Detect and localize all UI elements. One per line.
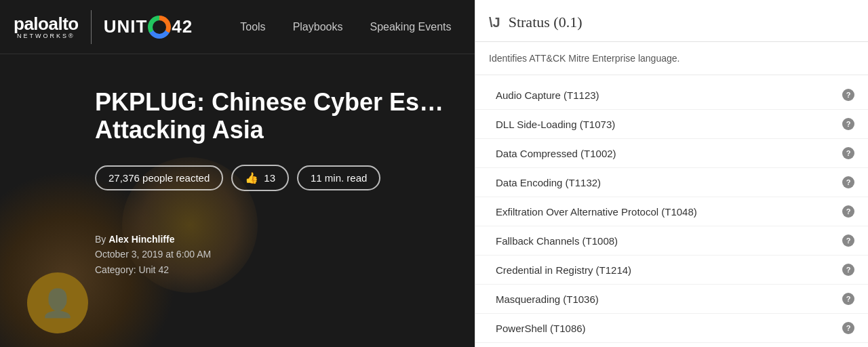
help-icon-t1036[interactable]: ? (842, 293, 854, 305)
technique-item[interactable]: Credential in Registry (T1214) ? (475, 256, 868, 285)
nav-link-tools[interactable]: Tools (226, 0, 279, 54)
technique-name: Exfiltration Over Alternative Protocol (… (496, 206, 697, 218)
technique-name: Data Compressed (T1002) (496, 148, 616, 159)
stratus-title: Stratus (0.1) (509, 14, 583, 31)
stratus-description: Identifies ATT&CK Mitre Enterprise langu… (475, 42, 868, 75)
help-icon-t1123[interactable]: ? (842, 89, 854, 101)
logo-divider (91, 10, 92, 44)
paloalto-brand-text: paloalto (14, 15, 79, 33)
avatar-icon: 👤 (41, 287, 75, 319)
read-time-pill: 11 min. read (297, 165, 380, 190)
author-info: By Alex Hinchliffe October 3, 2019 at 6:… (0, 232, 475, 277)
article-title: PKPLUG: Chinese Cyber Es…Attacking Asia (95, 88, 448, 144)
nav-bar: paloalto NETWORKS® UNIT 42 Tools Playboo… (0, 0, 475, 54)
unit42-circle-icon (148, 16, 171, 39)
technique-name: Masquerading (T1036) (496, 293, 599, 305)
read-time-label: 11 min. read (311, 172, 367, 184)
author-avatar: 👤 (27, 272, 88, 333)
category-prefix: Category: (95, 264, 139, 275)
technique-name: Data Encoding (T1132) (496, 177, 601, 188)
nav-link-speaking-events[interactable]: Speaking Events (356, 0, 465, 54)
help-icon-t1002[interactable]: ? (842, 147, 854, 159)
technique-name: Audio Capture (T1123) (496, 89, 599, 101)
technique-item[interactable]: Data Encoding (T1132) ? (475, 168, 868, 197)
technique-name: Credential in Registry (T1214) (496, 264, 631, 276)
technique-name: PowerShell (T1086) (496, 323, 586, 334)
help-icon-t1086[interactable]: ? (842, 322, 854, 334)
author-name: Alex Hinchliffe (108, 234, 174, 245)
technique-item[interactable]: PowerShell (T1086) ? (475, 314, 868, 343)
nav-link-playbooks[interactable]: Playbooks (279, 0, 357, 54)
unit-text: UNIT (104, 16, 148, 37)
stratus-backslash-icon: \J (489, 15, 500, 30)
technique-list: Audio Capture (T1123) ? DLL Side-Loading… (475, 75, 868, 347)
help-icon-t1132[interactable]: ? (842, 176, 854, 188)
help-icon-t1008[interactable]: ? (842, 234, 854, 247)
logo-area: paloalto NETWORKS® UNIT 42 (14, 10, 193, 44)
right-panel: \J Stratus (0.1) Identifies ATT&CK Mitre… (475, 0, 868, 347)
thumb-icon: 👍 (245, 171, 258, 184)
technique-item[interactable]: Audio Capture (T1123) ? (475, 81, 868, 110)
stratus-header: \J Stratus (0.1) (475, 0, 868, 42)
unit42-logo: UNIT 42 (104, 16, 193, 39)
article-date: October 3, 2019 at 6:00 AM (95, 249, 211, 260)
nav-link-about[interactable]: About U (465, 0, 475, 54)
help-icon-t1048[interactable]: ? (842, 205, 854, 218)
technique-item[interactable]: Fallback Channels (T1008) ? (475, 226, 868, 256)
technique-name: DLL Side-Loading (T1073) (496, 119, 615, 130)
technique-item[interactable]: DLL Side-Loading (T1073) ? (475, 110, 868, 139)
hero-content: PKPLUG: Chinese Cyber Es…Attacking Asia … (0, 54, 475, 232)
author-prefix: By (95, 234, 108, 245)
technique-item[interactable]: Masquerading (T1036) ? (475, 285, 868, 314)
help-icon-t1214[interactable]: ? (842, 264, 854, 276)
help-icon-t1073[interactable]: ? (842, 118, 854, 130)
paloalto-logo: paloalto NETWORKS® (14, 15, 79, 39)
networks-text: NETWORKS® (17, 33, 75, 39)
unit42-number: 42 (172, 16, 193, 37)
reactions-pill[interactable]: 27,376 people reacted (95, 165, 223, 190)
article-category: Unit 42 (139, 264, 169, 275)
left-panel: paloalto NETWORKS® UNIT 42 Tools Playboo… (0, 0, 475, 347)
likes-pill[interactable]: 👍 13 (231, 165, 289, 191)
technique-name: Fallback Channels (T1008) (496, 235, 618, 247)
technique-item[interactable]: Data Compressed (T1002) ? (475, 139, 868, 168)
technique-item[interactable]: Exfiltration Over Alternative Protocol (… (475, 197, 868, 226)
nav-links: Tools Playbooks Speaking Events About U (226, 0, 475, 54)
likes-count: 13 (264, 172, 275, 184)
article-meta: 27,376 people reacted 👍 13 11 min. read (95, 165, 448, 191)
reactions-label: 27,376 people reacted (108, 172, 210, 184)
